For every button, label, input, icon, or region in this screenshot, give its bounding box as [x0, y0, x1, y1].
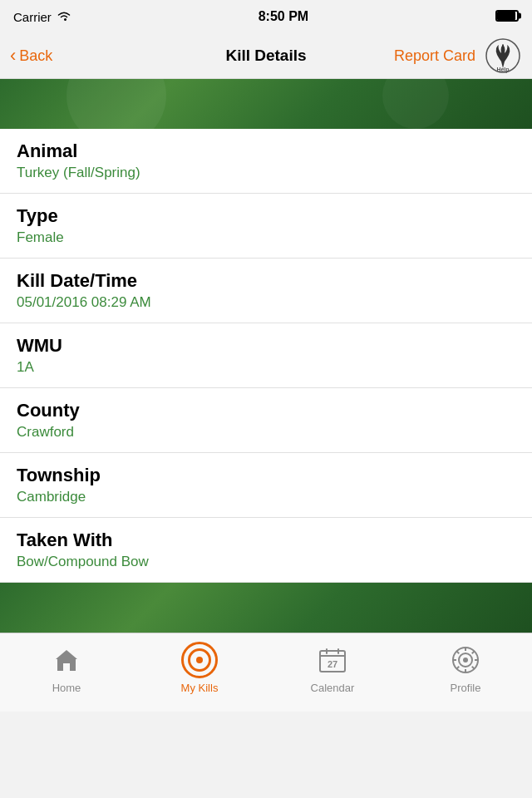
- svg-line-15: [472, 667, 475, 669]
- nav-bar: ‹ Back Kill Details Report Card Help: [0, 33, 532, 79]
- tab-profile-label: Profile: [451, 682, 481, 694]
- back-chevron-icon: ‹: [10, 45, 16, 66]
- svg-line-17: [456, 667, 459, 669]
- tab-profile[interactable]: Profile: [399, 642, 532, 694]
- svg-line-14: [456, 651, 459, 653]
- status-time: 8:50 PM: [259, 9, 308, 24]
- top-banner: [0, 79, 532, 129]
- tab-calendar-label: Calendar: [311, 682, 355, 694]
- back-label: Back: [19, 47, 52, 65]
- profile-icon: [447, 642, 484, 678]
- carrier-label: Carrier: [13, 10, 52, 24]
- wifi-icon: [57, 10, 71, 24]
- detail-row: WMU1A: [0, 323, 532, 388]
- tab-calendar[interactable]: 27 Calendar: [266, 642, 399, 694]
- tab-bar: Home My Kills 27 Calendar: [0, 633, 532, 712]
- detail-value: Female: [17, 229, 515, 246]
- detail-label: Type: [17, 205, 515, 227]
- home-icon: [48, 642, 85, 678]
- battery-icon: [495, 10, 519, 24]
- detail-label: Kill Date/Time: [17, 270, 515, 292]
- nav-right-actions: Report Card Help: [394, 37, 522, 75]
- status-bar: Carrier 8:50 PM: [0, 0, 532, 33]
- detail-value: 1A: [17, 359, 515, 376]
- detail-label: County: [17, 400, 515, 421]
- svg-line-16: [472, 651, 475, 653]
- detail-row: AnimalTurkey (Fall/Spring): [0, 129, 532, 194]
- detail-label: Township: [17, 465, 515, 486]
- detail-row: Taken WithBow/Compound Bow: [0, 518, 532, 583]
- detail-label: WMU: [17, 335, 515, 357]
- report-card-button[interactable]: Report Card: [394, 47, 475, 65]
- detail-label: Animal: [17, 140, 515, 162]
- mykills-icon: [181, 642, 218, 678]
- detail-value: Turkey (Fall/Spring): [17, 165, 515, 181]
- detail-row: TypeFemale: [0, 194, 532, 259]
- tab-home[interactable]: Home: [0, 642, 133, 694]
- svg-text:27: 27: [328, 659, 337, 669]
- detail-value: 05/01/2016 08:29 AM: [17, 294, 515, 311]
- tab-mykills[interactable]: My Kills: [133, 642, 266, 694]
- svg-point-9: [463, 658, 468, 663]
- help-button[interactable]: Help: [484, 37, 522, 75]
- tab-home-label: Home: [52, 682, 81, 694]
- detail-value: Cambridge: [17, 489, 515, 505]
- detail-value: Crawford: [17, 424, 515, 441]
- calendar-icon: 27: [314, 642, 351, 678]
- detail-list: AnimalTurkey (Fall/Spring)TypeFemaleKill…: [0, 129, 532, 583]
- detail-row: CountyCrawford: [0, 388, 532, 453]
- detail-row: TownshipCambridge: [0, 453, 532, 518]
- back-button[interactable]: ‹ Back: [10, 45, 52, 66]
- detail-value: Bow/Compound Bow: [17, 554, 515, 570]
- detail-row: Kill Date/Time05/01/2016 08:29 AM: [0, 259, 532, 323]
- svg-text:Help: Help: [496, 66, 509, 73]
- carrier-info: Carrier: [13, 10, 71, 24]
- tab-mykills-label: My Kills: [181, 682, 219, 694]
- nav-title: Kill Details: [225, 47, 306, 65]
- bottom-banner: [0, 583, 532, 633]
- detail-label: Taken With: [17, 530, 515, 551]
